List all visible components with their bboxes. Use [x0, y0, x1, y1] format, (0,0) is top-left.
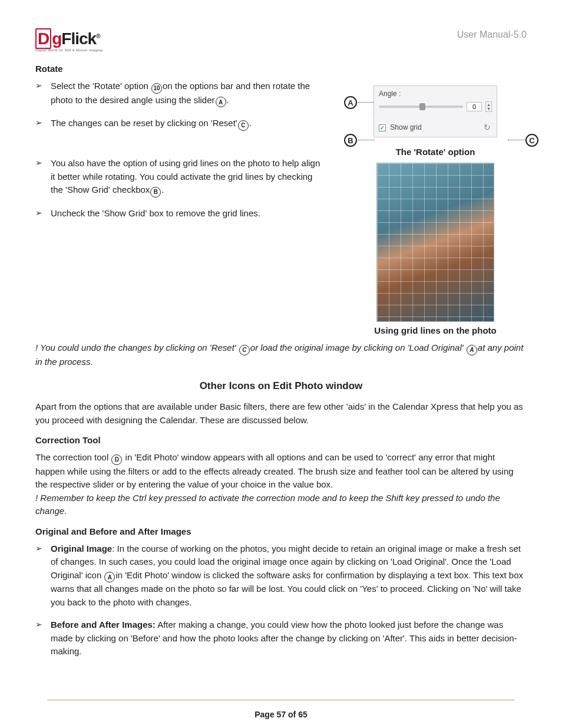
text: Select the 'Rotate' option	[51, 81, 151, 91]
list-item: You also have the option of using grid l…	[35, 157, 326, 197]
before-after-label: Before and After Images:	[51, 620, 156, 630]
text: in 'Edit Photo' window is clicked the so…	[51, 570, 523, 607]
angle-spinner[interactable]: ▲▼	[485, 101, 492, 112]
list-item: Uncheck the 'Show Grid' box to remove th…	[35, 207, 326, 220]
text: .	[227, 95, 229, 105]
text: .	[249, 118, 252, 128]
other-icons-heading: Other Icons on Edit Photo window	[35, 380, 527, 392]
footer-divider	[47, 700, 515, 700]
undo-note: ! You could undo the changes by clicking…	[35, 341, 527, 368]
rotate-panel-caption: The 'Rotate' option	[344, 147, 527, 157]
text: The correction tool	[35, 452, 111, 462]
callout-marker-c: C	[525, 134, 538, 147]
text: You also have the option of using grid l…	[51, 158, 320, 195]
logo-flick: Flick	[61, 29, 96, 48]
load-original-icon: A	[104, 572, 115, 582]
correction-tool-icon: D	[111, 454, 122, 465]
correction-tool-heading: Correction Tool	[35, 435, 527, 445]
correction-note: ! Remember to keep the Ctrl key pressed …	[35, 493, 500, 516]
reset-icon[interactable]: ↻	[482, 123, 492, 132]
list-item: Select the 'Rotate' option 10on the opti…	[35, 80, 326, 107]
rotate-option-icon: 10	[151, 83, 162, 94]
original-before-after-heading: Original and Before and After Images	[35, 526, 527, 536]
other-intro: Apart from the options that are availabl…	[35, 400, 527, 427]
angle-slider[interactable]	[379, 106, 463, 108]
list-item: Before and After Images: After making a …	[35, 618, 527, 658]
correction-tool-para: The correction tool D in 'Edit Photo' wi…	[35, 451, 527, 518]
angle-label: Angle :	[379, 90, 492, 98]
angle-value-input[interactable]: 0	[467, 102, 482, 111]
list-item: The changes can be reset by clicking on …	[35, 117, 326, 131]
text: The changes can be reset by clicking on …	[51, 118, 237, 128]
logo: DgFlick® Digital World for Still & Motio…	[35, 29, 103, 52]
callout-marker-a: A	[344, 96, 357, 109]
rotate-heading: Rotate	[35, 64, 527, 74]
text: Uncheck the 'Show Grid' box to remove th…	[51, 208, 260, 218]
page-number: Page 57 of 65	[0, 704, 562, 725]
marker-c-icon: C	[238, 120, 249, 131]
grid-photo-figure	[376, 163, 494, 322]
logo-o: g	[52, 29, 61, 48]
text: or load the original image by clicking o…	[250, 342, 466, 353]
show-grid-label: Show grid	[390, 123, 421, 131]
rotate-options-panel: Angle : 0 ▲▼ ✔ Show grid ↻	[373, 85, 497, 137]
text: ! You could undo the changes by clicking…	[35, 342, 239, 353]
manual-version: User Manual-5.0	[457, 29, 527, 40]
grid-photo-caption: Using grid lines on the photo	[344, 325, 527, 335]
logo-tagline: Digital World for Still & Motion Imaging	[35, 48, 103, 52]
callout-marker-b: B	[344, 134, 357, 147]
rotate-panel-figure: A B C Angle : 0 ▲▼ ✔ Show g	[344, 80, 527, 143]
show-grid-checkbox[interactable]: ✔	[379, 124, 386, 131]
logo-d: D	[35, 28, 51, 49]
load-original-marker-icon: A	[467, 345, 477, 355]
list-item: Original Image: In the course of working…	[35, 542, 527, 610]
original-image-label: Original Image	[51, 543, 112, 554]
reset-marker-icon: C	[239, 345, 250, 355]
text: .	[161, 185, 164, 195]
marker-b-icon: B	[150, 187, 161, 197]
marker-a-icon: A	[216, 97, 226, 107]
